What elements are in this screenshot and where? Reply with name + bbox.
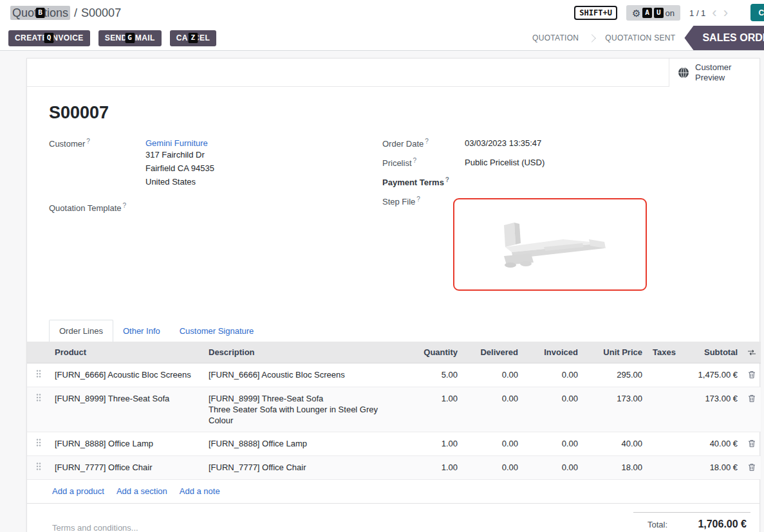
pager-prev-icon[interactable]: ‹ xyxy=(712,6,716,19)
customer-value: Gemini Furniture 317 Fairchild Dr Fairfi… xyxy=(145,138,214,188)
row-drag-cell[interactable] xyxy=(27,432,50,456)
column-header-delivered[interactable]: Delivered xyxy=(463,342,523,363)
optional-columns-toggle[interactable] xyxy=(743,342,761,363)
cell-product[interactable]: [FURN_7777] Office Chair xyxy=(50,456,203,480)
cell-description[interactable]: [FURN_7777] Office Chair xyxy=(203,456,401,480)
cell-quantity[interactable]: 5.00 xyxy=(401,363,463,387)
cell-delivered[interactable]: 0.00 xyxy=(463,363,523,387)
quotation-template-label-text: Quotation Template xyxy=(49,203,122,213)
add-a-section-link[interactable]: Add a section xyxy=(116,486,167,496)
tab-customer-signature[interactable]: Customer Signature xyxy=(170,320,264,342)
cell-invoiced[interactable]: 0.00 xyxy=(523,363,583,387)
trash-icon[interactable] xyxy=(748,394,756,403)
customer-label-text: Customer xyxy=(49,139,85,149)
cell-invoiced[interactable]: 0.00 xyxy=(523,432,583,456)
hotkey-overlay-cancel: Z xyxy=(188,33,198,43)
cell-product[interactable]: [FURN_6666] Acoustic Bloc Screens xyxy=(50,363,203,387)
customer-preview-button[interactable]: Customer Preview xyxy=(669,59,759,87)
gear-icon: ⚙ xyxy=(632,8,640,18)
step-file-image[interactable] xyxy=(453,198,647,291)
stage-quotation-sent[interactable]: QUOTATION SENT xyxy=(596,26,684,50)
add-a-product-link[interactable]: Add a product xyxy=(52,486,104,496)
cell-description[interactable]: [FURN_8999] Three-Seat Sofa Three Seater… xyxy=(203,387,401,432)
hotkey-overlay-create-invoice: Q xyxy=(44,33,54,43)
hotkey-hint-shift-u: SHIFT+U xyxy=(574,6,617,20)
drag-handle-icon[interactable] xyxy=(36,393,41,402)
sale-order-form-view: Quotations B / S00007 SHIFT+U ⚙ A U on 1… xyxy=(0,0,764,532)
control-panel: CREATE INVOICE Q SEND EMAIL G CANCEL Z Q… xyxy=(0,26,764,51)
cell-delivered[interactable]: 0.00 xyxy=(463,456,523,480)
row-drag-cell[interactable] xyxy=(27,363,50,387)
order-date-value[interactable]: 03/03/2023 13:35:47 xyxy=(465,138,541,149)
terms-and-conditions-field[interactable]: Terms and conditions... xyxy=(52,523,138,532)
customer-preview-line1: Customer xyxy=(695,62,731,73)
trash-icon[interactable] xyxy=(748,463,756,472)
row-delete-cell[interactable] xyxy=(743,363,761,387)
field-customer: Customer? Gemini Furniture 317 Fairchild… xyxy=(49,138,382,188)
stage-quotation[interactable]: QUOTATION xyxy=(523,26,588,50)
column-header-product[interactable]: Product xyxy=(50,342,203,363)
cell-taxes[interactable] xyxy=(648,363,675,387)
cell-quantity[interactable]: 1.00 xyxy=(401,387,463,432)
cell-quantity[interactable]: 1.00 xyxy=(401,456,463,480)
tab-order-lines[interactable]: Order Lines xyxy=(49,320,113,342)
chevron-right-icon xyxy=(588,34,596,42)
row-delete-cell[interactable] xyxy=(743,456,761,480)
toggle-columns-icon xyxy=(747,349,756,356)
cell-unit-price[interactable]: 40.00 xyxy=(583,432,648,456)
cell-description[interactable]: [FURN_8888] Office Lamp xyxy=(203,432,401,456)
pager-next-icon[interactable]: › xyxy=(723,6,728,19)
pager-counter: 1 / 1 xyxy=(689,8,705,18)
trash-icon[interactable] xyxy=(748,371,756,379)
order-line-row: [FURN_6666] Acoustic Bloc Screens [FURN_… xyxy=(27,363,761,387)
globe-icon xyxy=(678,67,689,78)
drag-handle-icon[interactable] xyxy=(36,369,41,378)
row-delete-cell[interactable] xyxy=(743,387,761,432)
row-drag-cell[interactable] xyxy=(27,387,50,432)
order-line-row: [FURN_7777] Office Chair [FURN_7777] Off… xyxy=(27,456,761,480)
cell-unit-price[interactable]: 18.00 xyxy=(583,456,648,480)
sheet-header: Customer Preview xyxy=(27,59,759,87)
column-header-quantity[interactable]: Quantity xyxy=(401,342,463,363)
column-header-description[interactable]: Description xyxy=(203,342,401,363)
cell-delivered[interactable]: 0.00 xyxy=(463,387,523,432)
stage-sales-order[interactable]: SALES ORDER xyxy=(684,26,764,50)
cancel-button[interactable]: CANCEL Z xyxy=(170,30,216,46)
send-email-button[interactable]: SEND EMAIL G xyxy=(98,30,162,46)
cell-taxes[interactable] xyxy=(648,387,675,432)
breadcrumb: Quotations B / S00007 SHIFT+U ⚙ A U on 1… xyxy=(0,0,764,26)
column-header-invoiced[interactable]: Invoiced xyxy=(523,342,583,363)
payment-terms-label: Payment Terms? xyxy=(382,177,465,187)
drag-handle-icon[interactable] xyxy=(36,438,41,447)
cell-invoiced[interactable]: 0.00 xyxy=(523,387,583,432)
cell-description[interactable]: [FURN_6666] Acoustic Bloc Screens xyxy=(203,363,401,387)
cell-delivered[interactable]: 0.00 xyxy=(463,432,523,456)
drag-handle-icon[interactable] xyxy=(36,462,41,471)
cell-unit-price[interactable]: 295.00 xyxy=(583,363,648,387)
step-file-label: Step File? xyxy=(382,196,465,291)
quotation-template-label: Quotation Template? xyxy=(49,203,145,213)
customer-link[interactable]: Gemini Furniture xyxy=(145,138,208,148)
cell-taxes[interactable] xyxy=(648,456,675,480)
cell-unit-price[interactable]: 173.00 xyxy=(583,387,648,432)
column-header-subtotal[interactable]: Subtotal xyxy=(675,342,743,363)
cell-product[interactable]: [FURN_8999] Three-Seat Sofa xyxy=(50,387,203,432)
order-line-row: [FURN_8888] Office Lamp [FURN_8888] Offi… xyxy=(27,432,761,456)
row-drag-cell[interactable] xyxy=(27,456,50,480)
row-delete-cell[interactable] xyxy=(743,432,761,456)
cell-taxes[interactable] xyxy=(648,432,675,456)
action-menu-button[interactable]: ⚙ A U on xyxy=(626,5,680,21)
customer-address-line2: Fairfield CA 94535 xyxy=(145,161,214,175)
trash-icon[interactable] xyxy=(748,439,756,448)
tab-other-info[interactable]: Other Info xyxy=(113,320,170,342)
column-header-taxes[interactable]: Taxes xyxy=(648,342,675,363)
add-a-note-link[interactable]: Add a note xyxy=(180,486,220,496)
column-header-unit-price[interactable]: Unit Price xyxy=(583,342,648,363)
cell-product[interactable]: [FURN_8888] Office Lamp xyxy=(50,432,203,456)
corner-button[interactable]: Ci xyxy=(750,4,764,21)
cell-quantity[interactable]: 1.00 xyxy=(401,432,463,456)
field-group-right: Order Date? 03/03/2023 13:35:47 Pricelis… xyxy=(382,138,759,298)
cell-invoiced[interactable]: 0.00 xyxy=(523,456,583,480)
pricelist-value[interactable]: Public Pricelist (USD) xyxy=(465,158,545,168)
create-invoice-button[interactable]: CREATE INVOICE Q xyxy=(8,30,90,46)
